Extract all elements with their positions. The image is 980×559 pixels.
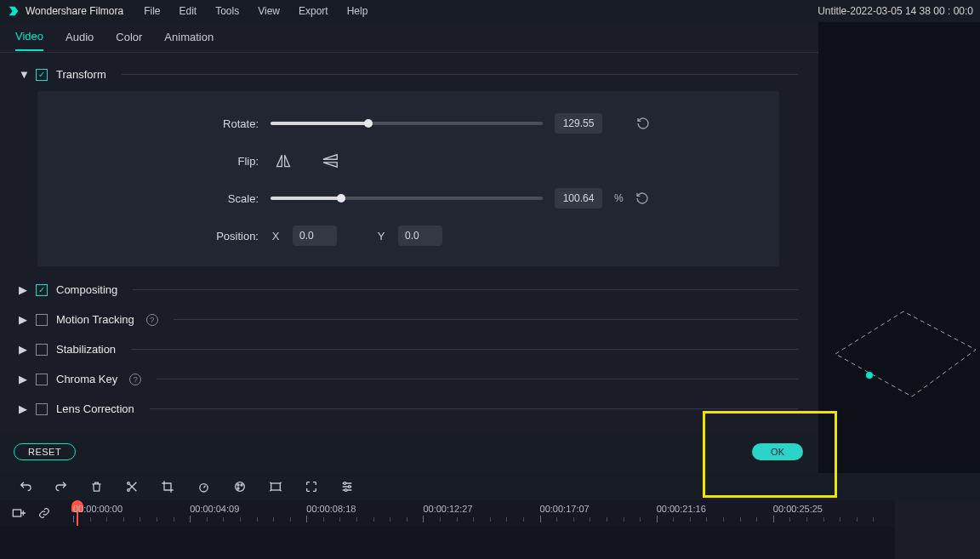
settings-sliders-icon[interactable] xyxy=(340,480,354,493)
speed-icon[interactable] xyxy=(197,480,211,493)
section-transform[interactable]: ▼ ✓ Transform xyxy=(0,63,817,86)
section-motion-tracking[interactable]: ▶ ✓ Motion Tracking ? xyxy=(0,308,817,331)
svg-point-13 xyxy=(348,486,350,488)
crop-icon[interactable] xyxy=(161,480,174,493)
label-position: Position: xyxy=(54,230,259,242)
value-rotate[interactable]: 129.55 xyxy=(555,113,602,134)
flip-horizontal-icon[interactable] xyxy=(271,151,296,171)
app-titlebar: Wondershare Filmora File Edit Tools View… xyxy=(0,0,980,22)
value-scale[interactable]: 100.64 xyxy=(555,188,602,208)
green-screen-icon[interactable] xyxy=(269,480,282,493)
axis-x: X xyxy=(271,230,281,242)
ruler-tick: 00:00:08:18 xyxy=(306,504,356,514)
section-label: Motion Tracking xyxy=(56,313,134,326)
section-stabilization[interactable]: ▶ ✓ Stabilization xyxy=(0,338,817,361)
label-rotate: Rotate: xyxy=(54,117,259,130)
divider xyxy=(122,74,798,75)
unit-percent: % xyxy=(614,192,624,204)
timeline-toolbar xyxy=(0,473,980,500)
divider xyxy=(174,319,798,320)
menu-file[interactable]: File xyxy=(144,5,160,17)
value-position-x[interactable]: 0.0 xyxy=(293,225,337,246)
info-icon[interactable]: ? xyxy=(129,374,141,385)
row-position: Position: X 0.0 Y 0.0 xyxy=(54,225,762,246)
ruler-controls xyxy=(0,500,73,526)
svg-rect-11 xyxy=(271,483,281,490)
divider xyxy=(131,349,798,350)
svg-point-10 xyxy=(237,488,239,489)
slider-scale[interactable] xyxy=(271,197,543,200)
link-icon[interactable] xyxy=(37,507,51,519)
section-lens-correction[interactable]: ▶ ✓ Lens Correction xyxy=(0,397,817,420)
redo-icon[interactable] xyxy=(54,480,68,493)
caret-right-icon: ▶ xyxy=(19,402,27,415)
svg-point-9 xyxy=(241,484,242,486)
inspector-footer: RESET OK xyxy=(0,434,817,470)
section-label: Transform xyxy=(56,68,106,81)
section-chroma-key[interactable]: ▶ ✓ Chroma Key ? xyxy=(0,368,817,391)
ruler-tick: 00:00:04:09 xyxy=(190,504,239,514)
menu-export[interactable]: Export xyxy=(299,5,328,17)
project-title: Untitle-2022-03-05 14 38 00 : 00:0 xyxy=(818,5,973,17)
checkbox-stabilization[interactable]: ✓ xyxy=(36,344,48,356)
svg-point-7 xyxy=(236,482,245,492)
ruler-tick: 00:00:12:27 xyxy=(423,504,472,514)
undo-icon[interactable] xyxy=(19,480,32,493)
svg-point-4 xyxy=(128,482,130,485)
checkbox-compositing[interactable]: ✓ xyxy=(36,284,48,296)
tab-video[interactable]: Video xyxy=(15,23,43,51)
reset-scale-icon[interactable] xyxy=(635,191,649,205)
ok-button[interactable]: OK xyxy=(752,443,803,460)
info-icon[interactable]: ? xyxy=(146,314,158,326)
row-flip: Flip: xyxy=(54,151,762,171)
reset-button[interactable]: RESET xyxy=(14,443,76,460)
svg-point-8 xyxy=(237,484,239,486)
menu-help[interactable]: Help xyxy=(347,5,368,17)
caret-right-icon: ▶ xyxy=(19,373,27,385)
caret-right-icon: ▶ xyxy=(19,343,27,356)
video-inspector-panel: ▼ ✓ Transform Rotate: 129.55 Flip: xyxy=(0,53,817,470)
caret-right-icon: ▶ xyxy=(19,283,27,296)
ruler-tick: 00:00:25:25 xyxy=(773,504,823,514)
delete-icon[interactable] xyxy=(90,480,103,493)
slider-rotate[interactable] xyxy=(271,122,543,125)
checkbox-chroma-key[interactable]: ✓ xyxy=(36,374,48,385)
timeline-tracks[interactable] xyxy=(0,526,895,559)
preview-clip-outline xyxy=(835,303,980,405)
svg-rect-15 xyxy=(13,510,20,516)
tab-animation[interactable]: Animation xyxy=(164,24,214,50)
checkbox-lens-correction[interactable]: ✓ xyxy=(36,403,48,415)
svg-point-5 xyxy=(128,489,130,492)
menu-tools[interactable]: Tools xyxy=(215,5,239,17)
app-logo: Wondershare Filmora xyxy=(7,4,123,18)
label-flip: Flip: xyxy=(54,155,259,168)
svg-point-12 xyxy=(344,482,346,485)
expand-icon[interactable] xyxy=(305,480,318,493)
add-track-icon[interactable] xyxy=(12,507,26,519)
section-compositing[interactable]: ▶ ✓ Compositing xyxy=(0,278,817,301)
tab-audio[interactable]: Audio xyxy=(66,24,94,50)
main-menu: File Edit Tools View Export Help xyxy=(144,5,368,17)
section-label: Lens Correction xyxy=(56,402,134,415)
svg-point-6 xyxy=(200,484,208,492)
menu-edit[interactable]: Edit xyxy=(179,5,197,17)
row-scale: Scale: 100.64 % xyxy=(54,188,762,208)
color-icon[interactable] xyxy=(233,480,247,493)
flip-vertical-icon[interactable] xyxy=(318,151,344,171)
menu-view[interactable]: View xyxy=(258,5,280,17)
divider xyxy=(150,408,798,409)
caret-down-icon: ▼ xyxy=(19,68,27,81)
transform-card: Rotate: 129.55 Flip: Scale: 100.64 xyxy=(37,91,779,266)
split-icon[interactable] xyxy=(125,480,139,493)
checkbox-motion-tracking[interactable]: ✓ xyxy=(36,314,48,326)
tab-color[interactable]: Color xyxy=(116,24,142,50)
divider xyxy=(157,379,798,379)
checkbox-transform[interactable]: ✓ xyxy=(36,69,48,81)
ruler-track[interactable]: 00:00:00:0000:00:04:0900:00:08:1800:00:1… xyxy=(73,500,895,526)
preview-panel xyxy=(818,22,980,473)
reset-rotate-icon[interactable] xyxy=(636,117,650,130)
value-position-y[interactable]: 0.0 xyxy=(398,225,442,246)
axis-y: Y xyxy=(376,230,386,242)
filmora-logo-icon xyxy=(7,4,20,18)
timeline-ruler[interactable]: 00:00:00:0000:00:04:0900:00:08:1800:00:1… xyxy=(0,500,895,526)
